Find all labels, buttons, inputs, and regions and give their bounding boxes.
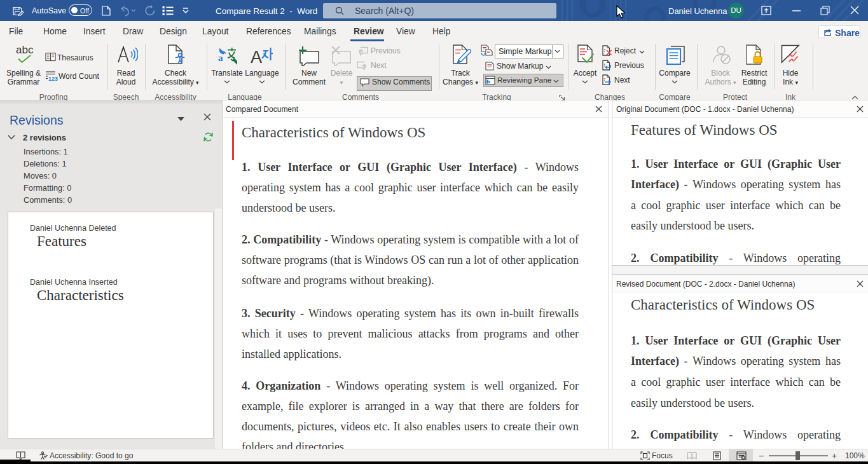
- svg-text:A: A: [251, 48, 262, 65]
- svg-text:a: a: [218, 53, 223, 63]
- svg-text:123: 123: [48, 76, 58, 81]
